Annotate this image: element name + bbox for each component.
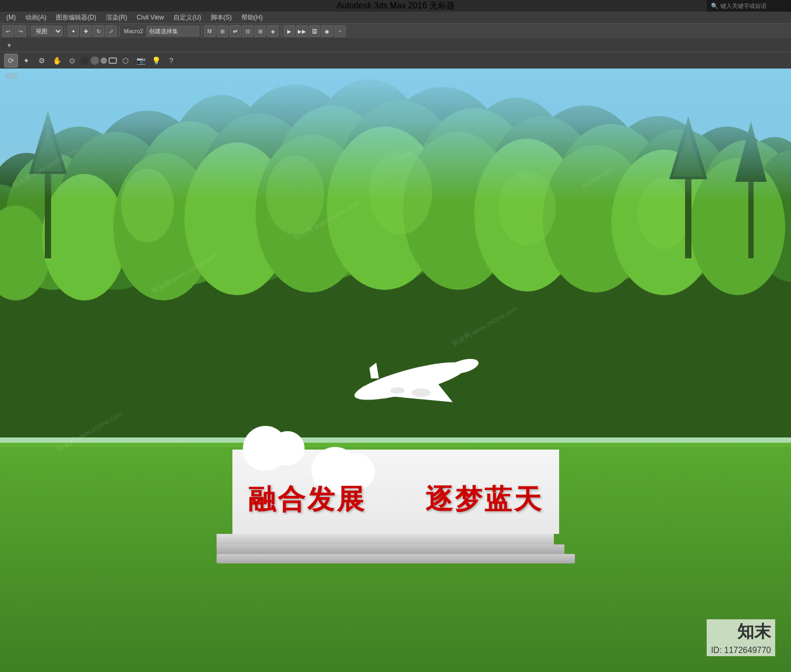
svg-point-59 (390, 387, 405, 394)
brand-name: 知末 (707, 619, 775, 645)
viewport-name: 视图 (5, 72, 18, 81)
tool-pan[interactable]: ✋ (50, 54, 64, 67)
toolbar-btn-render3[interactable]: 🖼 (309, 25, 320, 37)
tool-help[interactable]: ? (164, 54, 178, 67)
airplane (337, 334, 484, 431)
tool-select[interactable]: ⟳ (4, 54, 18, 67)
toolbar-btn-align[interactable]: ⊟ (242, 25, 253, 37)
menu-item-help[interactable]: 帮助(H) (237, 12, 267, 23)
app-title: Autodesk 3ds Max 2016 无标题 (336, 1, 454, 12)
viewport-dropdown[interactable]: 视图 (31, 26, 63, 36)
viewport-label: 视图 (5, 72, 18, 81)
sub-toolbar: ▼ (0, 39, 791, 52)
base-tier-2 (217, 544, 564, 554)
tool-poly[interactable]: ⬡ (119, 54, 132, 67)
tool-zoom[interactable]: ⊙ (65, 54, 79, 67)
tool-rect[interactable] (109, 57, 117, 64)
toolbar-separator-2 (65, 26, 65, 36)
menu-item-customize[interactable]: 自定义(U) (169, 12, 206, 23)
toolbar-redo-btn[interactable]: ↪ (15, 25, 26, 37)
base-tier-3 (217, 534, 554, 544)
main-toolbar: ↩ ↪ 视图 ✦ ✚ ↻ ⤢ Macro2 M ⊞ ⇄ ⊟ ⊞ ◈ ▶ ▶▶ 🖼… (0, 23, 791, 39)
text-right: 逐梦蓝天 (425, 481, 543, 518)
tool-color1[interactable] (81, 56, 89, 65)
toolbar-move-btn[interactable]: ✚ (80, 25, 92, 37)
toolbar-separator-3 (119, 26, 120, 36)
menu-bar: (M) 动画(A) 图形编辑器(D) 渲染(R) Civil View 自定义(… (0, 12, 791, 23)
menu-item-m[interactable]: (M) (2, 13, 20, 22)
search-box[interactable]: 🔍 键入关键字或短语 (707, 0, 791, 12)
svg-rect-50 (0, 69, 791, 200)
monument: 融合发展 逐梦蓝天 (217, 450, 575, 563)
menu-item-civil-view[interactable]: Civil View (132, 13, 168, 22)
toolbar-btn-snap[interactable]: ◈ (267, 25, 279, 37)
tool-color2[interactable] (91, 56, 99, 65)
tool-color3[interactable] (101, 57, 107, 64)
text-left: 融合发展 (248, 481, 366, 518)
toolbar-separator-5 (281, 26, 281, 36)
search-placeholder: 键入关键字或短语 (720, 2, 767, 10)
search-icon: 🔍 (711, 3, 718, 9)
toolbar-btn-array[interactable]: ⊞ (255, 25, 266, 37)
tools-row: ⟳ ✦ ⚙ ✋ ⊙ ⬡ 📷 💡 ? (0, 52, 791, 69)
selection-set-input[interactable] (147, 26, 199, 36)
toolbar-select-btn[interactable]: ✦ (67, 25, 79, 37)
tool-camera[interactable]: 📷 (134, 54, 148, 67)
svg-rect-52 (0, 443, 791, 447)
toolbar-btn-mirror[interactable]: ⇄ (229, 25, 241, 37)
toolbar-btn-render2[interactable]: ▶▶ (296, 25, 308, 37)
3d-scene: 知末网 www.znzmo.com 知末网 www.znzmo.com 知末网 … (0, 69, 791, 672)
toolbar-btn-render1[interactable]: ▶ (284, 25, 295, 37)
toolbar-btn-m1[interactable]: M (204, 25, 216, 37)
tool-rotate[interactable]: ⚙ (35, 54, 48, 67)
tool-move[interactable]: ✦ (19, 54, 33, 67)
toolbar-rotate-btn[interactable]: ↻ (93, 25, 104, 37)
toolbar-scale-btn[interactable]: ⤢ (105, 25, 117, 37)
subtoolbar-arrow[interactable]: ▼ (4, 41, 14, 50)
base-tier-1 (217, 554, 575, 563)
viewport-area: 视图 (0, 69, 791, 672)
toolbar-btn-curve[interactable]: ~ (334, 25, 346, 37)
brand-id: ID: 1172649770 (707, 645, 775, 656)
svg-point-58 (412, 388, 431, 397)
branding: 知末 ID: 1172649770 (707, 619, 775, 656)
toolbar-undo-btn[interactable]: ↩ (2, 25, 14, 37)
menu-item-render[interactable]: 渲染(R) (102, 12, 132, 23)
toolbar-btn-material[interactable]: ◉ (321, 25, 333, 37)
tool-light[interactable]: 💡 (149, 54, 163, 67)
svg-marker-57 (369, 363, 379, 378)
macro-label: Macro2 (122, 28, 145, 34)
toolbar-btn-layers[interactable]: ⊞ (217, 25, 228, 37)
menu-item-graph-editor[interactable]: 图形编辑器(D) (52, 12, 101, 23)
toolbar-separator-1 (28, 26, 29, 36)
menu-item-script[interactable]: 脚本(S) (207, 12, 236, 23)
title-bar: Autodesk 3ds Max 2016 无标题 🔍 键入关键字或短语 (0, 0, 791, 12)
monument-board: 融合发展 逐梦蓝天 (232, 450, 559, 534)
menu-item-animation[interactable]: 动画(A) (21, 12, 51, 23)
toolbar-separator-4 (201, 26, 202, 36)
